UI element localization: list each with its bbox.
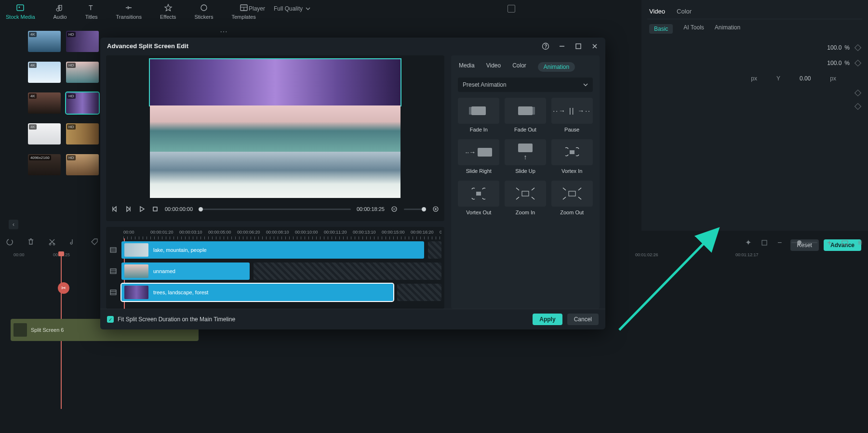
media-thumb[interactable]: 4K xyxy=(28,62,61,83)
tab-effects[interactable]: Effects xyxy=(160,3,176,20)
tab-stickers[interactable]: Stickers xyxy=(194,3,213,20)
mini-tick: 00:00:11:20 xyxy=(324,230,347,235)
anim-fade-out[interactable]: Fade Out xyxy=(505,98,547,132)
scale-value-1[interactable]: 100.0% xyxy=(827,44,850,51)
anim-slide-up[interactable]: ↑Slide Up xyxy=(505,139,547,174)
undo-icon[interactable] xyxy=(6,238,13,246)
fit-duration-checkbox[interactable]: ✓ xyxy=(107,316,114,323)
anim-vortex-in[interactable]: Vortex In xyxy=(551,139,593,174)
ruler-tick: 00:01:02:26 xyxy=(635,252,658,257)
prev-frame-button[interactable] xyxy=(111,205,119,213)
preset-animation-dropdown[interactable]: Preset Animation xyxy=(458,78,593,92)
collapse-panel-button[interactable]: ‹ xyxy=(9,220,18,229)
mr-tab-animation[interactable]: Animation xyxy=(538,62,575,72)
quality-dropdown[interactable]: Full Quality xyxy=(274,5,310,12)
inspector-body: 100.0% 100.0% px Y 0.00 px xyxy=(647,39,862,122)
media-thumb[interactable]: HD xyxy=(66,92,99,114)
fit-icon[interactable] xyxy=(841,239,848,246)
anim-slide-right[interactable]: ··→Slide Right xyxy=(458,139,500,174)
media-thumb[interactable]: HD xyxy=(66,123,99,144)
media-thumb[interactable]: HD xyxy=(66,154,99,175)
anim-fade-in[interactable]: Fade In xyxy=(458,98,500,132)
split-slot-1[interactable] xyxy=(150,59,401,105)
inspector-subtab-animation[interactable]: Animation xyxy=(715,24,740,34)
zoom-out-icon[interactable]: − xyxy=(777,238,782,247)
apply-button[interactable]: Apply xyxy=(533,314,562,325)
snapshot-icon[interactable] xyxy=(507,5,515,13)
next-frame-button[interactable] xyxy=(124,205,132,213)
stop-button[interactable] xyxy=(151,205,159,213)
anim-vortex-out[interactable]: Vortex Out xyxy=(458,181,500,215)
inspector-subtab-aitools[interactable]: AI Tools xyxy=(683,24,704,34)
music-icon[interactable] xyxy=(69,238,77,246)
zoom-knob[interactable] xyxy=(422,207,426,211)
seek-knob[interactable] xyxy=(199,207,203,211)
mini-clip-1[interactable]: lake, mountain, people xyxy=(121,241,424,259)
media-thumb[interactable]: 4K xyxy=(28,31,61,52)
inspector-tab-video[interactable]: Video xyxy=(649,8,665,15)
svg-rect-0 xyxy=(17,5,24,11)
keyframe-icon[interactable] xyxy=(855,90,861,96)
help-icon[interactable]: ? xyxy=(542,42,549,50)
maximize-icon[interactable] xyxy=(574,42,582,50)
anim-pause[interactable]: ··→ || →··Pause xyxy=(551,98,593,132)
marker-icon[interactable]: ✦ xyxy=(745,238,751,247)
keyframe-icon[interactable] xyxy=(855,44,861,51)
svg-rect-15 xyxy=(576,44,581,49)
more-icon[interactable]: ⋯ xyxy=(220,27,227,36)
list-icon[interactable]: ≡ xyxy=(858,238,862,247)
mini-clip-2[interactable]: unnamed xyxy=(121,262,250,280)
zoom-in-icon[interactable]: + xyxy=(827,238,831,247)
split-marker-icon[interactable]: ✂ xyxy=(58,282,69,294)
mini-ruler[interactable]: 00:00 00:00:01:20 00:00:03:10 00:00:05:0… xyxy=(109,230,441,240)
close-icon[interactable] xyxy=(591,42,599,50)
zoom-out-button[interactable] xyxy=(390,205,398,213)
seek-bar[interactable] xyxy=(199,209,351,210)
audio-icon xyxy=(56,3,65,12)
play-button[interactable] xyxy=(138,205,146,213)
track-empty xyxy=(428,241,441,259)
split-slot-3[interactable] xyxy=(150,152,401,198)
anim-zoom-out[interactable]: Zoom Out xyxy=(551,181,593,215)
stickers-icon xyxy=(200,3,208,12)
fit-duration-label: Fit Split Screen Duration on the Main Ti… xyxy=(118,316,235,323)
zoom-slider[interactable] xyxy=(791,242,817,243)
delete-icon[interactable] xyxy=(27,238,35,246)
media-thumb[interactable]: 4K xyxy=(28,92,61,114)
cut-icon[interactable] xyxy=(48,238,56,246)
crop-icon[interactable] xyxy=(761,239,768,246)
svg-text:?: ? xyxy=(545,44,548,49)
media-thumb[interactable]: 4K xyxy=(28,123,61,144)
mini-clip-3[interactable]: trees, landscape, forest xyxy=(121,284,393,301)
video-track-icon xyxy=(109,289,118,296)
tab-transitions[interactable]: Transitions xyxy=(116,3,142,20)
split-slot-2[interactable] xyxy=(150,105,401,152)
minimize-icon[interactable] xyxy=(558,42,566,50)
zoom-knob[interactable] xyxy=(797,240,801,245)
media-thumb[interactable]: HD xyxy=(66,31,99,52)
zoom-in-button[interactable] xyxy=(432,205,440,213)
media-thumb[interactable]: HD xyxy=(66,62,99,83)
inspector-subtab-basic[interactable]: Basic xyxy=(649,24,673,34)
clip-label: trees, landscape, forest xyxy=(153,289,208,295)
inspector-tab-color[interactable]: Color xyxy=(677,8,692,15)
pos-y-value[interactable]: 0.00 xyxy=(800,75,811,82)
keyframe-icon[interactable] xyxy=(855,60,861,66)
track-empty xyxy=(397,284,441,301)
media-thumb[interactable]: 4096x2160 xyxy=(28,154,61,175)
keyframe-icon[interactable] xyxy=(855,103,861,110)
inspector-top-tabs: Video Color xyxy=(647,4,862,19)
mr-tab-color[interactable]: Color xyxy=(512,62,526,72)
tab-audio[interactable]: Audio xyxy=(53,3,67,20)
tab-titles[interactable]: TTitles xyxy=(85,3,98,20)
tab-stock-media[interactable]: Stock Media xyxy=(6,3,35,20)
mr-tab-video[interactable]: Video xyxy=(486,62,501,72)
cancel-button[interactable]: Cancel xyxy=(567,314,599,325)
split-screen-stack xyxy=(150,59,401,198)
mr-tab-media[interactable]: Media xyxy=(459,62,475,72)
tag-icon[interactable] xyxy=(91,238,98,246)
anim-zoom-in[interactable]: Zoom In xyxy=(505,181,547,215)
chevron-down-icon xyxy=(583,82,588,87)
scale-value-2[interactable]: 100.0% xyxy=(827,60,850,66)
zoom-slider[interactable] xyxy=(404,209,426,210)
